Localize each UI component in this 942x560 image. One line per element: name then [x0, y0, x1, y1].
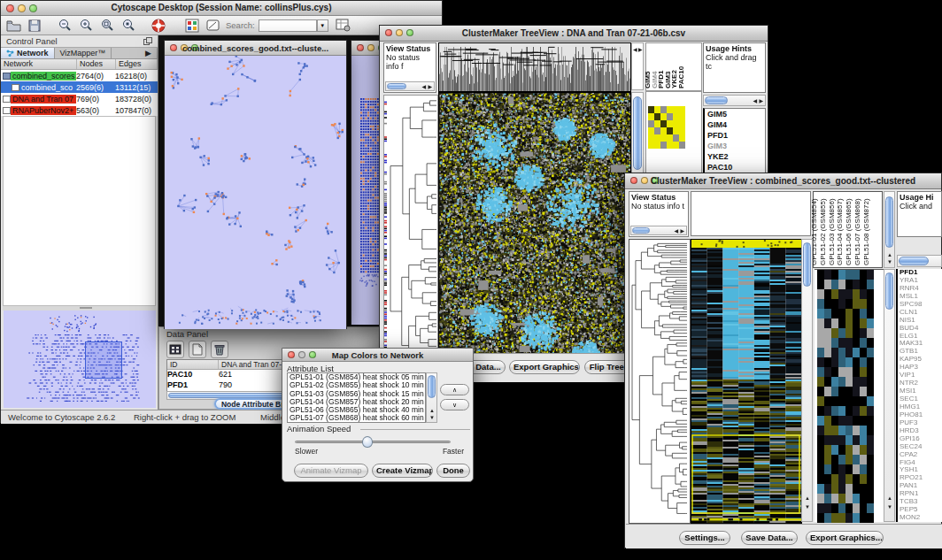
zoom-fit-button[interactable]	[98, 18, 116, 34]
animate-vizmap-button[interactable]: Animate Vizmap	[294, 464, 368, 478]
scroll-left-icon[interactable]: ◀	[753, 98, 757, 104]
export-graphics-button[interactable]: Export Graphics...	[806, 531, 884, 545]
annotation-button[interactable]	[205, 18, 222, 34]
scroll-up-icon[interactable]: ▲	[805, 495, 810, 501]
network-row[interactable]: combined_sco2569(6)13112(15)	[1, 81, 158, 93]
network-table-header[interactable]: Network Nodes Edges	[1, 59, 158, 70]
float-panel-icon[interactable]	[143, 37, 152, 45]
usage-hints-hscrollbar[interactable]	[897, 255, 942, 267]
view-status-hscrollbar[interactable]: ◀ ▶	[385, 81, 435, 91]
background-window-title-bar[interactable]	[351, 41, 380, 56]
attribute-browser-icon[interactable]	[335, 18, 352, 34]
scroll-right-icon[interactable]: ▶	[759, 98, 763, 104]
save-data-button[interactable]: Save Data...	[741, 531, 798, 545]
delete-attribute-button[interactable]	[211, 341, 228, 358]
scrollbar-thumb[interactable]	[803, 242, 811, 287]
zoom-matrix-canvas[interactable]	[648, 106, 685, 149]
scroll-up-icon[interactable]: ▲	[429, 408, 435, 413]
scroll-left-icon[interactable]: ◀	[421, 84, 426, 89]
view-status-hscrollbar[interactable]: ◀ ▶	[630, 226, 687, 235]
usage-hints-hscrollbar[interactable]: ◀ ▶	[703, 95, 766, 106]
slider-thumb[interactable]	[362, 436, 373, 448]
scroll-right-icon[interactable]: ▶	[428, 84, 432, 89]
global-heatmap-canvas[interactable]	[438, 92, 631, 380]
scroll-left-icon[interactable]: ◀	[674, 228, 678, 234]
birdseye-toggle-button[interactable]	[183, 18, 201, 34]
column-dendrogram-panel[interactable]	[691, 191, 811, 236]
scroll-up-icon[interactable]: ▲	[887, 252, 892, 257]
move-down-button[interactable]: ∨	[440, 399, 469, 410]
search-input[interactable]: ▼	[259, 19, 317, 32]
col-id[interactable]: ID	[167, 360, 219, 369]
help-lifering-icon[interactable]	[150, 18, 167, 34]
scrollbar-thumb[interactable]	[632, 227, 650, 234]
attribute-item[interactable]: GPL51-07 (GSM868) heat shock 60 min	[288, 414, 425, 422]
gene-label[interactable]: GIM4	[705, 119, 765, 130]
network-tree-area[interactable]	[3, 116, 156, 306]
column-dendrogram-canvas[interactable]	[438, 42, 631, 92]
close-icon[interactable]	[357, 44, 364, 51]
gene-label[interactable]: PFD1	[705, 130, 765, 141]
network-row[interactable]: RNAPuberNov2+563(0)107847(0)	[1, 104, 158, 116]
zoom-vscrollbar[interactable]: ▲ ▼	[884, 269, 895, 522]
row-dendrogram-canvas[interactable]	[629, 239, 691, 524]
scroll-left-icon[interactable]: ◀	[633, 47, 637, 52]
treeview1-title-bar[interactable]: ClusterMaker TreeView : DNA and Tran 07-…	[380, 26, 768, 42]
zoom-heatmap-canvas[interactable]	[817, 270, 874, 523]
move-up-button[interactable]: ∧	[440, 384, 469, 395]
zoom-out-button[interactable]	[56, 18, 73, 34]
network-overview-canvas[interactable]	[4, 311, 156, 408]
scrollbar-thumb[interactable]	[705, 96, 728, 104]
heatmap-vscrollbar[interactable]: ▲ ▼	[801, 239, 813, 522]
treeview2-title-bar[interactable]: ClusterMaker TreeView : combined_scores_…	[625, 173, 941, 189]
labels-vscrollbar[interactable]: ▲ ▼	[884, 191, 895, 268]
search-dropdown-icon[interactable]: ▼	[317, 19, 328, 32]
col-nodes[interactable]: Nodes	[77, 59, 116, 69]
gene-label[interactable]: GIM3	[705, 141, 765, 151]
tab-network[interactable]: Network	[1, 48, 55, 58]
tab-overflow-button[interactable]: ▶	[112, 48, 158, 58]
gene-label[interactable]: YKE2	[705, 151, 765, 162]
scrollbar-thumb[interactable]	[885, 272, 893, 310]
create-vizmap-button[interactable]: Create Vizmap	[372, 464, 433, 478]
scroll-down-icon[interactable]: ▼	[887, 259, 892, 265]
select-attributes-button[interactable]	[166, 341, 184, 358]
scroll-down-icon[interactable]: ▼	[429, 415, 435, 420]
scroll-down-icon[interactable]: ▼	[805, 504, 810, 510]
gene-label[interactable]: MON2	[898, 514, 942, 522]
scrollbar-thumb[interactable]	[428, 375, 436, 398]
new-attribute-button[interactable]	[189, 341, 206, 358]
scroll-right-icon[interactable]: ▶	[638, 47, 643, 52]
col-edges[interactable]: Edges	[116, 59, 158, 69]
row-dendrogram-canvas[interactable]	[383, 95, 438, 380]
gene-label[interactable]: GIM5	[705, 109, 765, 119]
network-window-background[interactable]	[351, 40, 381, 325]
scrollbar-thumb[interactable]	[387, 83, 406, 89]
save-button[interactable]	[26, 18, 43, 34]
done-button[interactable]: Done	[436, 464, 470, 478]
network-row[interactable]: DNA and Tran 07769(0)183728(0)	[1, 93, 158, 104]
col-network[interactable]: Network	[1, 59, 77, 69]
network-row[interactable]: combined_scores2764(0)16218(0)	[1, 70, 158, 81]
zoom-view-panel[interactable]	[815, 269, 884, 522]
network-canvas[interactable]	[165, 56, 346, 329]
minimize-icon[interactable]	[367, 44, 374, 51]
dialog-title-bar[interactable]: Map Colors to Network	[282, 349, 473, 362]
zoom-in-button[interactable]	[77, 18, 95, 34]
main-title-bar[interactable]: Cytoscape Desktop (Session Name: collins…	[1, 1, 442, 16]
zoom-selected-button[interactable]	[120, 18, 137, 34]
scroll-up-icon[interactable]: ▲	[887, 495, 892, 501]
scroll-down-icon[interactable]: ▼	[887, 504, 892, 510]
tab-vizmapper[interactable]: VizMapper™	[55, 48, 112, 58]
settings-button[interactable]: Settings...	[679, 531, 730, 545]
gene-label[interactable]: PAC10	[705, 162, 765, 173]
animation-speed-slider[interactable]	[295, 441, 451, 443]
scrollbar-thumb[interactable]	[633, 96, 642, 170]
scrollbar-thumb[interactable]	[899, 257, 929, 265]
scrollbar-thumb[interactable]	[885, 196, 893, 248]
attribute-list-vscrollbar[interactable]: ▲ ▼	[426, 372, 437, 423]
global-heatmap-canvas[interactable]	[691, 239, 802, 524]
open-file-button[interactable]	[4, 18, 22, 34]
dense-network-canvas[interactable]	[351, 56, 380, 325]
export-graphics-button[interactable]: Export Graphics...	[509, 360, 580, 374]
